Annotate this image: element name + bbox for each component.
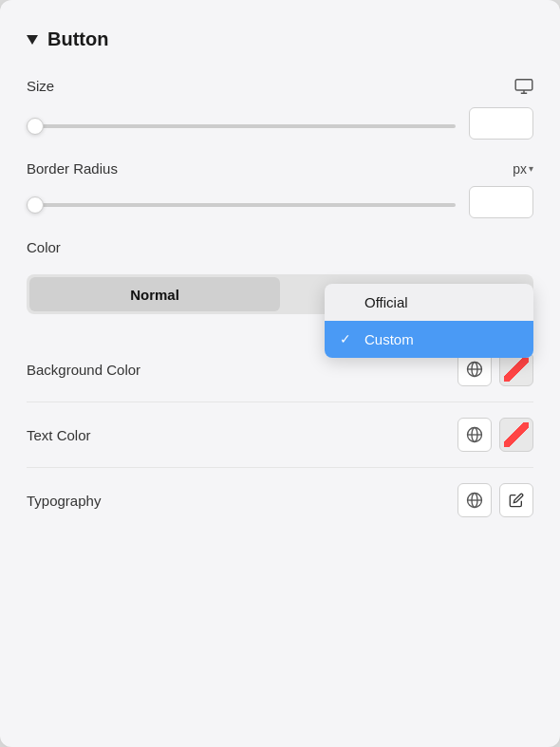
size-slider-row [27, 107, 533, 140]
button-panel: Button Size Border Radius px ▾ [0, 0, 560, 747]
border-radius-slider-row [27, 186, 533, 218]
custom-label: Custom [364, 331, 414, 347]
custom-checkmark: ✓ [340, 331, 355, 346]
svg-rect-0 [515, 80, 532, 90]
section-title: Button [47, 28, 108, 50]
border-radius-slider[interactable] [27, 203, 456, 207]
color-row: Color Official ✓ Custom [27, 239, 533, 255]
typography-row: Typography [27, 468, 533, 532]
size-input[interactable] [469, 107, 533, 140]
border-radius-label: Border Radius [27, 160, 118, 177]
unit-chevron-icon: ▾ [529, 163, 533, 174]
typography-label: Typography [27, 493, 101, 509]
text-color-label: Text Color [27, 427, 91, 443]
typography-edit-icon[interactable] [499, 483, 533, 517]
unit-label: px [513, 161, 527, 177]
dropdown-item-custom[interactable]: ✓ Custom [325, 321, 533, 358]
monitor-icon [514, 77, 533, 94]
text-color-row: Text Color [27, 402, 533, 468]
official-label: Official [364, 294, 408, 310]
border-radius-slider-container [27, 194, 456, 211]
background-color-label: Background Color [27, 362, 140, 378]
typography-global-icon[interactable] [457, 483, 492, 517]
text-color-controls [457, 418, 533, 452]
text-color-swatch[interactable] [499, 418, 533, 452]
size-slider[interactable] [27, 124, 456, 128]
size-label: Size [27, 78, 54, 94]
border-radius-row: Border Radius px ▾ [27, 160, 533, 177]
color-label: Color [27, 239, 61, 255]
border-radius-input[interactable] [469, 186, 533, 218]
size-row: Size [27, 77, 533, 94]
size-slider-container [27, 115, 456, 132]
text-color-global-icon[interactable] [457, 418, 492, 452]
tab-normal[interactable]: Normal [29, 277, 280, 311]
section-header: Button [27, 28, 533, 50]
dropdown-item-official[interactable]: Official [325, 284, 533, 321]
unit-select[interactable]: px ▾ [513, 161, 533, 177]
collapse-icon[interactable] [27, 35, 38, 45]
typography-controls [457, 483, 533, 517]
color-dropdown-menu: Official ✓ Custom [325, 284, 533, 358]
